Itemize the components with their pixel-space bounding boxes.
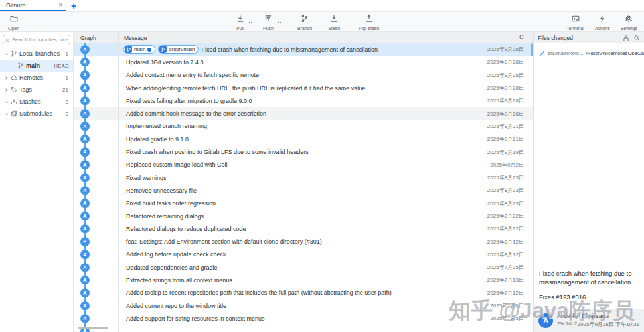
commit-datetime: 2025年9月28日 下午10:31	[578, 321, 639, 328]
sidebar-item-local-branches[interactable]: Local branches 1	[0, 48, 73, 60]
commit-date: 2025年7月25日	[483, 264, 533, 271]
terminal-button[interactable]: Terminal	[564, 13, 586, 31]
sidebar-item-remotes[interactable]: Remotes 1	[0, 72, 73, 84]
commit-search-icon[interactable]	[519, 34, 525, 42]
open-button[interactable]: Open	[5, 13, 22, 31]
commit-row[interactable]: A	[74, 325, 533, 332]
commit-row[interactable]: A Replaced custom image load with Coil 2…	[74, 159, 533, 171]
commit-row[interactable]: A main origin/main Fixed crash when fetc…	[74, 43, 533, 56]
branch-button[interactable]: Branch	[295, 13, 315, 31]
commit-date: 2025年8月23日	[483, 187, 533, 194]
branch-badge[interactable]: origin/main	[158, 45, 199, 54]
settings-button[interactable]: Settings	[618, 13, 640, 31]
stash-dropdown[interactable]	[343, 16, 349, 28]
commit-row[interactable]: A Implemented branch renaming 2025年9月21日	[74, 120, 533, 133]
sidebar-item-submodules[interactable]: Submodules 0	[0, 108, 73, 120]
toolbar: Open Pull Push Branch	[0, 12, 644, 32]
commit-row[interactable]: A Refactored remaining dialogs 2025年8月22…	[74, 210, 533, 222]
column-resize-divider[interactable]	[118, 32, 119, 332]
commit-row[interactable]: A Updated dependencies and gradle 2025年7…	[74, 261, 533, 274]
commit-message: Added support for string resources in co…	[126, 315, 265, 322]
file-search-icon[interactable]	[633, 32, 640, 44]
branch-badge-label: origin/main	[169, 46, 195, 52]
chevron-right-icon[interactable]	[3, 88, 9, 92]
commit-row[interactable]: A Added context menu entry to fetch spec…	[74, 69, 533, 82]
sidebar-item-main[interactable]: main HEAD	[0, 60, 73, 72]
commit-date: 2025年9月2日	[486, 161, 533, 169]
sidebar-item-label: Local branches	[19, 50, 66, 57]
pull-button[interactable]: Pull	[234, 13, 247, 31]
graph-column-header: Graph	[74, 35, 118, 41]
head-badge: HEAD	[54, 63, 69, 69]
commit-date: 2025年7月13日	[483, 276, 533, 284]
chevron-down-icon[interactable]	[3, 112, 9, 116]
commit-date: 2025年9月28日	[483, 110, 533, 118]
vertical-scrollbar[interactable]	[531, 43, 533, 56]
repo-tab[interactable]: Gitnuro ×	[0, 0, 66, 11]
stash-icon	[330, 13, 338, 25]
commit-row[interactable]: A Removed unnecessary file 2025年8月23日	[74, 184, 533, 197]
commit-row[interactable]: A Refactored dialogs to reduce duplicate…	[74, 222, 533, 235]
commit-message: Fixed crash when fetching due to missman…	[201, 46, 378, 53]
commit-list-header: Graph Message	[74, 32, 533, 43]
chevron-down-icon	[343, 16, 349, 28]
sidebar-item-stashes[interactable]: Stashes 0	[0, 96, 73, 108]
commit-row[interactable]: A Fixed crash when pushing to Gitlab LFS…	[74, 145, 533, 158]
commit-row[interactable]: A When adding/editing remote fetch URL, …	[74, 82, 533, 94]
commit-row[interactable]: A Fixed tests failing after migration to…	[74, 94, 533, 107]
branch-badge-label: main	[134, 46, 145, 52]
chevron-down-icon	[248, 16, 253, 28]
commit-avatar: P	[80, 237, 90, 246]
commit-row[interactable]: A Fixed warnings 2025年8月23日	[74, 171, 533, 184]
commit-avatar: A	[80, 186, 90, 195]
commit-row[interactable]: A Added current repo to the window title…	[74, 299, 533, 312]
push-dropdown[interactable]	[276, 16, 283, 28]
branch-search-input[interactable]	[12, 37, 68, 42]
chevron-down-icon[interactable]	[3, 100, 9, 104]
view-toggle-icon[interactable]	[623, 32, 629, 44]
commit-row[interactable]: A Added log before update check check 20…	[74, 248, 533, 261]
sidebar-item-label: Submodules	[19, 110, 66, 117]
close-icon[interactable]: ×	[58, 1, 62, 9]
tag-icon	[9, 86, 18, 93]
actions-button[interactable]: Actions	[592, 13, 613, 31]
pop-stash-button[interactable]: Pop stash	[356, 13, 382, 31]
horizontal-scrollbar[interactable]	[78, 327, 108, 329]
sidebar-item-label: Remotes	[19, 74, 66, 81]
toolbar-center-group: Pull Push Branch Stash	[234, 12, 388, 31]
commit-message: Fixed warnings	[126, 175, 167, 181]
commit-avatar: A	[80, 58, 90, 67]
pull-dropdown[interactable]	[247, 16, 254, 28]
branch-badge[interactable]: main	[123, 45, 155, 54]
commit-row[interactable]: A Added commit hook message to the error…	[74, 107, 533, 120]
commit-row[interactable]: A Extracted strings from all context men…	[74, 274, 533, 286]
commit-date: 2025年9月28日	[483, 46, 533, 53]
sidebar-item-tags[interactable]: Tags 21	[0, 84, 73, 96]
commit-avatar: A	[80, 173, 90, 183]
stash-button[interactable]: Stash	[325, 13, 343, 31]
toolbar-right-group: Terminal Actions Settings	[564, 12, 640, 31]
commit-avatar: A	[80, 147, 90, 157]
commit-message: Added current repo to the window title	[126, 303, 226, 309]
commit-row[interactable]: A Updated JGit version to 7.4.0 2025年9月2…	[74, 56, 533, 68]
commit-avatar: A	[80, 109, 90, 118]
commit-row[interactable]: A Added tooltip to recent repositories p…	[74, 287, 533, 299]
commit-date: 2025年9月28日	[483, 72, 533, 79]
author-card: A Abdelilah El Aissaoui 29c7dc2 2025年9月2…	[534, 309, 644, 332]
new-tab-button[interactable]: +	[66, 0, 81, 11]
commit-detail-panel: Files changed src/main/kotli.../FetchAll…	[533, 32, 644, 332]
changed-file-item[interactable]: src/main/kotli.../FetchAllRemotesUseCase…	[534, 43, 644, 62]
commit-row[interactable]: A Fixed build tasks order regression 202…	[74, 197, 533, 210]
sidebar-tree: Local branches 1 main HEAD Remotes 1 Tag…	[0, 48, 73, 120]
commit-date: 2025年7月12日	[483, 290, 533, 297]
commit-row[interactable]: P feat: Settings: Add Environment sectio…	[74, 235, 533, 248]
chevron-down-icon[interactable]	[3, 52, 9, 56]
commit-message: Added commit hook message to the error d…	[126, 110, 266, 117]
commit-row[interactable]: A Updated gradle to 9.1.0 2025年9月21日	[74, 133, 533, 145]
chevron-right-icon[interactable]	[3, 76, 9, 80]
branch-search-box[interactable]	[3, 35, 70, 44]
commit-row[interactable]: A Added support for string resources in …	[74, 312, 533, 325]
main-area: Local branches 1 main HEAD Remotes 1 Tag…	[0, 32, 644, 332]
push-button[interactable]: Push	[260, 13, 276, 31]
commit-message: Updated dependencies and gradle	[126, 264, 218, 271]
